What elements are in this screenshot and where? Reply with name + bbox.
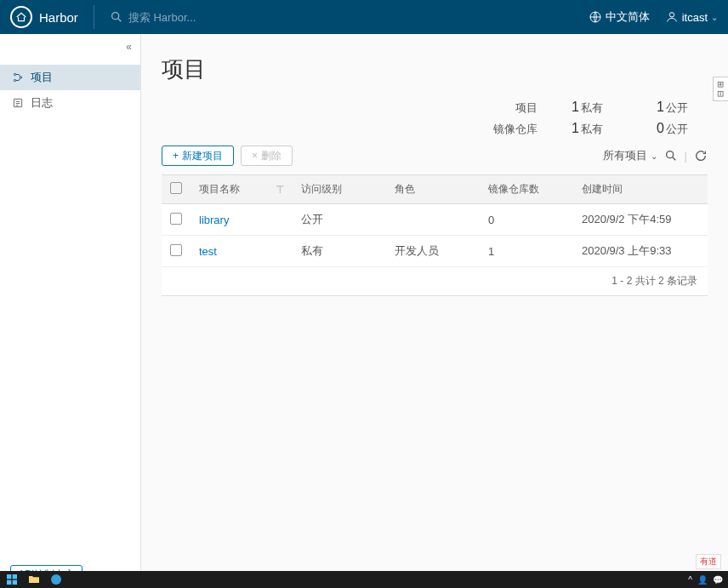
cell-repos: 0	[480, 204, 573, 236]
toolbar: + 新建项目 × 删除 所有项目 ⌄ |	[162, 146, 708, 166]
cell-created: 2020/9/2 下午4:59	[573, 204, 708, 236]
explorer-icon[interactable]	[27, 573, 41, 586]
svg-point-0	[112, 13, 119, 20]
cell-role	[386, 204, 480, 236]
user-icon	[665, 10, 679, 24]
globe-icon	[589, 10, 602, 24]
svg-point-11	[666, 151, 673, 158]
tray[interactable]: ^ 👤 💬	[688, 575, 723, 585]
search-icon	[110, 10, 123, 24]
stat-label: 镜像仓库	[493, 122, 537, 137]
svg-point-5	[14, 79, 15, 81]
project-link[interactable]: library	[199, 214, 229, 226]
collapse-sidebar-button[interactable]: «	[126, 41, 132, 53]
search-box[interactable]	[110, 10, 589, 24]
sidebar-item-label: 项目	[31, 70, 53, 85]
page-title: 项目	[162, 54, 708, 84]
projects-table: 项目名称⊤ 访问级别 角色 镜像仓库数 创建时间 library 公开 0 20…	[162, 174, 708, 267]
sidebar-item-logs[interactable]: 日志	[0, 90, 140, 116]
cell-repos: 1	[480, 236, 573, 267]
user-menu[interactable]: itcast ⌄	[665, 10, 718, 24]
x-icon: ×	[252, 150, 258, 162]
header-right: 中文简体 itcast ⌄	[589, 9, 718, 25]
header-bar: Harbor 中文简体 itcast ⌄	[0, 0, 728, 34]
stat-label: 项目	[515, 100, 537, 116]
start-icon[interactable]	[5, 573, 19, 586]
col-role[interactable]: 角色	[386, 175, 480, 204]
refresh-icon[interactable]	[694, 149, 708, 163]
side-widget[interactable]: ⊞ ⊟	[713, 77, 728, 101]
sidebar: « 项目 日志	[0, 34, 141, 571]
sidebar-item-projects[interactable]: 项目	[0, 65, 140, 90]
table-row[interactable]: test 私有 开发人员 1 2020/9/3 上午9:33	[162, 236, 708, 267]
stat-type: 私有	[581, 100, 603, 116]
search-input[interactable]	[128, 11, 299, 24]
svg-rect-16	[13, 580, 17, 585]
divider	[94, 5, 94, 29]
brand-text: Harbor	[39, 10, 78, 25]
row-checkbox[interactable]	[170, 213, 182, 225]
language-label: 中文简体	[606, 9, 650, 25]
filter-label: 所有项目	[603, 148, 647, 163]
row-checkbox[interactable]	[170, 244, 182, 256]
stat-type: 公开	[666, 100, 688, 116]
stats-row-projects: 项目 1私有 1公开	[515, 100, 708, 116]
stat-type: 私有	[581, 122, 603, 137]
button-label: 新建项目	[182, 149, 223, 163]
language-switcher[interactable]: 中文简体	[589, 9, 650, 25]
youdao-badge[interactable]: 有道	[696, 554, 721, 569]
svg-point-3	[669, 13, 674, 17]
stat-type: 公开	[666, 122, 688, 137]
nav-list: 项目 日志	[0, 65, 140, 116]
stats-panel: 项目 1私有 1公开 镜像仓库 1私有 0公开	[162, 100, 708, 137]
logs-icon	[12, 97, 24, 109]
svg-rect-14	[13, 574, 17, 579]
divider: |	[685, 150, 687, 163]
project-filter-select[interactable]: 所有项目 ⌄	[603, 148, 657, 163]
cell-access: 私有	[293, 236, 386, 267]
button-label: 删除	[261, 149, 282, 163]
table-row[interactable]: library 公开 0 2020/9/2 下午4:59	[162, 204, 708, 236]
projects-icon	[12, 71, 24, 83]
filter-icon[interactable]: ⊤	[276, 184, 284, 196]
svg-line-1	[118, 19, 121, 21]
project-link[interactable]: test	[199, 245, 217, 258]
chevron-down-icon: ⌄	[711, 13, 718, 22]
stats-row-repos: 镜像仓库 1私有 0公开	[493, 121, 708, 137]
stat-count: 0	[657, 121, 664, 136]
select-all-checkbox[interactable]	[170, 182, 182, 194]
content-area: 项目 项目 1私有 1公开 镜像仓库 1私有 0公开 + 新建项目	[141, 34, 728, 571]
harbor-logo-icon	[10, 6, 32, 28]
table-footer: 1 - 2 共计 2 条记录	[162, 267, 708, 296]
svg-point-6	[20, 77, 21, 78]
col-access[interactable]: 访问级别	[293, 175, 386, 204]
col-created[interactable]: 创建时间	[573, 175, 708, 204]
svg-rect-15	[7, 580, 11, 585]
svg-rect-13	[7, 574, 11, 579]
svg-point-17	[51, 574, 61, 585]
svg-line-12	[673, 157, 675, 160]
stat-count: 1	[572, 100, 579, 115]
col-repos[interactable]: 镜像仓库数	[480, 175, 573, 204]
chevron-down-icon: ⌄	[651, 151, 657, 161]
logo[interactable]: Harbor	[10, 6, 78, 28]
tray-chevron-icon[interactable]: ^	[688, 575, 692, 585]
edge-icon[interactable]	[49, 573, 63, 586]
delete-button[interactable]: × 删除	[241, 146, 293, 166]
svg-point-4	[14, 73, 15, 75]
sidebar-item-label: 日志	[31, 95, 53, 111]
stat-count: 1	[657, 100, 664, 115]
search-toolbar-icon[interactable]	[664, 149, 678, 163]
plus-icon: +	[173, 150, 179, 162]
tray-user-icon[interactable]: 👤	[697, 575, 708, 585]
taskbar: ^ 👤 💬	[0, 571, 728, 588]
cell-access: 公开	[293, 204, 386, 236]
new-project-button[interactable]: + 新建项目	[162, 146, 234, 166]
tray-notification-icon[interactable]: 💬	[713, 575, 723, 585]
cell-created: 2020/9/3 上午9:33	[573, 236, 708, 267]
stat-count: 1	[572, 121, 579, 136]
col-name[interactable]: 项目名称	[199, 182, 240, 197]
username: itcast	[682, 11, 708, 24]
cell-role: 开发人员	[386, 236, 480, 267]
